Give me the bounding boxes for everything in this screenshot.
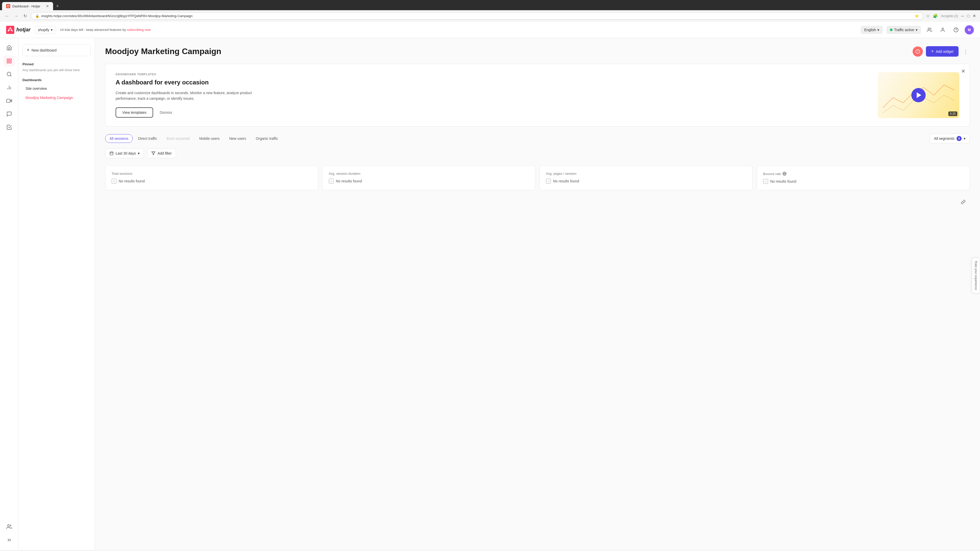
language-selector[interactable]: English ▾	[861, 26, 883, 34]
nav-item-moodjoy-campaign[interactable]: Moodjoy Marketing Campaign	[22, 93, 91, 102]
pinned-empty-text: Any dashboards you pin will show here	[22, 68, 91, 72]
banner-label: DASHBOARD TEMPLATES	[116, 73, 867, 76]
topbar: hotjar shopify ▾ 14 trial days left - ke…	[0, 22, 980, 38]
stat-no-results-total-sessions: ⊟ No results found	[111, 179, 312, 184]
add-widget-plus-icon: +	[931, 49, 934, 54]
banner-actions: View templates Dismiss	[116, 107, 867, 118]
sidebar-item-recordings[interactable]	[3, 95, 15, 106]
forward-button[interactable]: →	[13, 13, 19, 19]
svg-rect-8	[10, 62, 11, 63]
active-tab[interactable]: Dashboard - Hotjar ✕	[2, 2, 53, 10]
all-segments-label: All segments	[934, 137, 955, 141]
sidebar-collapse-button[interactable]	[3, 534, 15, 546]
calendar-icon	[110, 151, 114, 156]
tab-close-button[interactable]: ✕	[46, 4, 49, 8]
refresh-button[interactable]: ↻	[22, 13, 28, 19]
sidebar-item-insights[interactable]	[3, 68, 15, 80]
banner-content: DASHBOARD TEMPLATES A dashboard for ever…	[116, 73, 867, 118]
traffic-active-dot	[890, 29, 892, 31]
segment-tab-new-users[interactable]: New users	[225, 134, 250, 143]
segment-tabs: All sessions Direct traffic Error occurr…	[105, 134, 928, 143]
svg-rect-6	[10, 59, 11, 60]
close-window-button[interactable]: ✕	[973, 14, 976, 18]
bounce-rate-info-icon[interactable]: i	[783, 171, 787, 176]
bookmark-button[interactable]: ☆	[926, 14, 930, 18]
help-button[interactable]	[951, 25, 961, 35]
stat-card-avg-session-duration: Avg. session duration ⊟ No results found	[322, 165, 535, 190]
traffic-chevron-icon: ▾	[916, 28, 918, 32]
tab-title: Dashboard - Hotjar	[12, 4, 44, 8]
minimize-button[interactable]: ─	[961, 14, 964, 18]
stat-label-avg-session-duration: Avg. session duration	[329, 171, 529, 176]
sidebar	[0, 38, 18, 550]
sidebar-item-feedback[interactable]	[3, 108, 15, 120]
address-text: insights.hotjar.com/sites/3814994/dashbo…	[41, 14, 913, 18]
segment-tab-direct-traffic[interactable]: Direct traffic	[134, 134, 161, 143]
play-button[interactable]	[912, 88, 926, 102]
no-results-icon: ⊟	[111, 179, 117, 184]
site-selector[interactable]: shopify ▾	[35, 26, 56, 34]
add-filter-label: Add filter	[158, 151, 172, 156]
svg-point-9	[7, 72, 11, 76]
stat-card-total-sessions: Total sessions ⊟ No results found	[105, 165, 318, 190]
alert-button[interactable]	[913, 46, 923, 57]
tab-bar: Dashboard - Hotjar ✕ +	[0, 0, 980, 10]
banner-preview-video[interactable]: 0:25	[878, 72, 959, 118]
browser-chrome: Dashboard - Hotjar ✕ + ← → ↻ 🔒 insights.…	[0, 0, 980, 22]
invite-button[interactable]	[925, 25, 934, 35]
stat-no-results-avg-session-duration: ⊟ No results found	[329, 179, 529, 184]
segment-tab-mobile-users[interactable]: Mobile users	[195, 134, 224, 143]
traffic-status-button[interactable]: Traffic active ▾	[886, 26, 921, 34]
add-widget-button[interactable]: + Add widget	[926, 46, 959, 57]
sidebar-item-users[interactable]	[3, 521, 15, 532]
address-bar[interactable]: 🔒 insights.hotjar.com/sites/3814994/dash…	[31, 12, 923, 20]
browser-actions: ☆ 🧩 Incognito (2) ─ □ ✕	[926, 14, 976, 18]
segment-tab-all-sessions[interactable]: All sessions	[105, 134, 133, 143]
traffic-status-label: Traffic active	[894, 28, 914, 32]
all-segments-button[interactable]: All segments 8 ▾	[930, 134, 970, 143]
maximize-button[interactable]: □	[967, 14, 969, 18]
rate-experience-panel[interactable]: Rate your experience	[972, 258, 980, 293]
segment-tab-organic-traffic[interactable]: Organic traffic	[251, 134, 282, 143]
new-dashboard-label: New dashboard	[32, 48, 57, 52]
top-actions: English ▾ Traffic active ▾ M	[861, 25, 974, 35]
stat-no-results-bounce-rate: ⊟ No results found	[763, 179, 963, 184]
sidebar-item-dashboard[interactable]	[3, 56, 15, 67]
nav-item-site-overview[interactable]: Site overview	[22, 84, 91, 93]
banner-title: A dashboard for every occasion	[116, 79, 867, 86]
profile-button[interactable]	[938, 25, 947, 35]
more-options-button[interactable]: ⋮	[962, 47, 970, 56]
user-avatar[interactable]: M	[965, 25, 974, 35]
new-tab-button[interactable]: +	[54, 3, 61, 10]
app: hotjar shopify ▾ 14 trial days left - ke…	[0, 22, 980, 550]
tab-favicon	[6, 4, 10, 8]
language-label: English	[864, 28, 876, 32]
site-name: shopify	[38, 28, 49, 32]
dashboard-content: Moodjoy Marketing Campaign + Add widget …	[95, 38, 980, 550]
date-filter-button[interactable]: Last 30 days ▾	[105, 148, 144, 158]
banner-close-button[interactable]: ✕	[961, 68, 966, 74]
add-filter-button[interactable]: Add filter	[147, 148, 176, 158]
trial-notice: 14 trial days left - keep advanced featu…	[60, 28, 857, 32]
sidebar-item-surveys[interactable]	[3, 122, 15, 133]
pinned-section-title: Pinned	[22, 62, 91, 66]
new-dashboard-button[interactable]: + New dashboard	[22, 44, 91, 56]
back-button[interactable]: ←	[4, 13, 10, 19]
browser-controls: ← → ↻ 🔒 insights.hotjar.com/sites/381499…	[0, 10, 980, 22]
hotjar-logo: hotjar	[6, 26, 30, 34]
video-duration: 0:25	[948, 111, 957, 116]
svg-point-16	[7, 525, 9, 527]
view-templates-button[interactable]: View templates	[116, 107, 153, 118]
template-banner: ✕ DASHBOARD TEMPLATES A dashboard for ev…	[105, 64, 970, 127]
more-icon: ⋮	[963, 49, 968, 54]
svg-rect-5	[7, 59, 8, 60]
incognito-button[interactable]: Incognito (2)	[941, 14, 958, 18]
sidebar-item-home[interactable]	[3, 42, 15, 53]
share-link-button[interactable]	[959, 197, 968, 206]
dismiss-button[interactable]: Dismiss	[157, 107, 175, 118]
stat-label-bounce-rate: Bounce rate i	[763, 171, 963, 176]
sidebar-item-analytics[interactable]	[3, 82, 15, 93]
svg-line-10	[10, 75, 11, 76]
trial-link[interactable]: subscribing now	[127, 28, 151, 32]
extensions-button[interactable]: 🧩	[933, 14, 938, 18]
